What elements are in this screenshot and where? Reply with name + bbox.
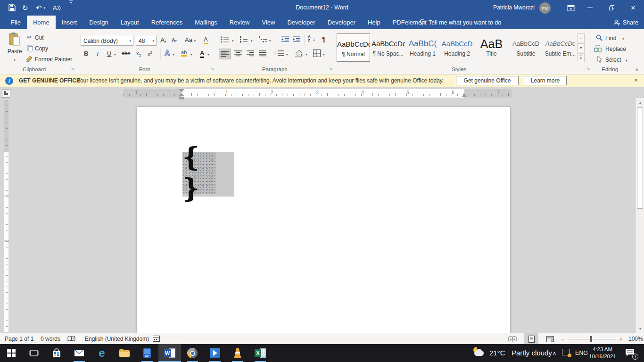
find-icon[interactable] [596,34,603,41]
proofing-icon[interactable] [67,336,75,342]
cut-button[interactable]: Cut [35,34,44,41]
tab-view[interactable]: View [256,16,281,29]
chevron-down-icon[interactable]: ▾ [190,53,192,57]
clock[interactable]: 4:23 AM 10/16/2021 [587,346,618,360]
chevron-down-icon[interactable]: ▾ [232,39,234,43]
find-button[interactable]: Find [605,35,616,41]
text-effects-button[interactable]: A [165,49,170,58]
word-count[interactable]: 0 words [41,333,60,345]
word-taskbar-button[interactable]: W [158,344,181,362]
minimize-button[interactable] [579,0,601,16]
web-layout-button[interactable] [543,333,557,345]
cut-icon[interactable]: ✂ [27,34,32,41]
change-case-button[interactable]: Aa ▾ [185,36,196,43]
learn-more-button[interactable]: Learn more [524,76,567,85]
hanging-indent-marker[interactable] [179,93,184,96]
font-size-select[interactable]: 48▾ [136,36,157,46]
vlc-button[interactable] [226,344,249,362]
bold-button[interactable]: B [84,50,88,57]
tab-developer-2[interactable]: Developer [322,16,362,29]
replace-icon[interactable] [594,45,603,52]
numbering-icon[interactable] [239,36,248,43]
styles-more-button[interactable]: ▾ [577,53,585,62]
style-subtle-emphasis[interactable]: AaBbCcDcSubtle Em... [544,33,577,62]
style-subtitle[interactable]: AaBbCcDSubtitle [509,33,543,62]
shrink-font-button[interactable]: A▾ [172,37,177,43]
chevron-down-icon[interactable]: ▾ [207,53,209,57]
grow-font-button[interactable]: A▾ [160,36,166,44]
bullets-icon[interactable] [221,36,229,43]
zoom-out-button[interactable]: − [561,333,564,345]
subscript-button[interactable]: x2 [136,50,141,58]
weather-icon[interactable] [472,347,487,359]
tab-design[interactable]: Design [83,16,114,29]
zoom-slider-thumb[interactable] [590,336,592,342]
close-button[interactable]: × [622,0,644,16]
increase-indent-icon[interactable] [292,36,301,42]
clipboard-dialog-launcher[interactable]: ↘ [71,66,74,71]
language-indicator[interactable]: ENG [575,344,588,362]
chevron-down-icon[interactable]: ▾ [173,53,174,57]
tab-mailings[interactable]: Mailings [189,16,223,29]
multilevel-list-icon[interactable] [258,36,268,43]
shading-bucket-icon[interactable] [294,49,304,58]
zoom-slider-track[interactable] [569,339,616,339]
chevron-down-icon[interactable]: ▾ [269,39,271,43]
vertical-scrollbar[interactable]: ▴ ▾ [636,98,644,333]
tell-me-box[interactable]: Tell me what you want to do [420,16,501,29]
chevron-down-icon[interactable]: ▾ [323,53,325,57]
collapse-ribbon-button[interactable]: ∧ [635,67,638,72]
task-view-button[interactable] [23,344,45,362]
language-status[interactable]: English (United Kingdom) [85,333,149,345]
style-normal[interactable]: AaBbCcDc¶ Normal [337,33,370,62]
start-button[interactable] [0,344,23,362]
lms-app-button[interactable] [136,344,158,362]
tray-expand-chevron[interactable]: ∧ [553,344,556,362]
share-button[interactable]: Share [613,16,638,29]
underline-button[interactable]: U [107,50,111,57]
scrollbar-thumb[interactable] [637,107,643,209]
banner-close-icon[interactable]: × [634,76,638,84]
tab-file[interactable]: File [5,16,27,29]
style-heading-2[interactable]: AaBbCcDHeading 2 [440,33,474,62]
restore-button[interactable] [601,0,622,16]
align-right-icon[interactable] [247,50,254,57]
styles-scroll-up-button[interactable]: ▴ [577,33,585,42]
font-color-button[interactable]: A [200,49,204,58]
field-code-braces[interactable]: { } [182,151,215,194]
select-cursor-icon[interactable] [597,56,603,63]
chevron-down-icon[interactable]: ▾ [114,53,116,57]
ribbon-display-options-button[interactable] [563,0,579,16]
macro-record-icon[interactable] [153,336,160,342]
tab-home[interactable]: Home [27,16,56,29]
browser-app-button[interactable] [181,344,204,362]
tab-layout[interactable]: Layout [115,16,145,29]
first-line-indent-marker[interactable] [179,89,184,92]
clear-formatting-button[interactable]: A [204,36,208,44]
tab-help[interactable]: Help [362,16,387,29]
copy-button[interactable]: Copy [35,45,48,52]
font-dialog-launcher[interactable]: ↘ [210,66,214,71]
print-layout-button[interactable] [524,333,538,345]
font-name-select[interactable]: Calibri (Body)▾ [81,36,133,46]
decrease-indent-icon[interactable] [281,36,289,42]
tab-review[interactable]: Review [223,16,256,29]
microsoft-store-button[interactable] [45,344,68,362]
scroll-down-button[interactable]: ▾ [636,324,644,333]
line-spacing-icon[interactable]: ↕ [273,49,276,56]
edge-button[interactable]: e [91,344,113,362]
chevron-down-icon[interactable]: ▾ [626,59,627,63]
weather-condition[interactable]: Partly cloudy [512,344,552,362]
scroll-up-button[interactable]: ▴ [636,98,644,107]
align-left-button-selected[interactable] [219,49,231,59]
get-genuine-office-button[interactable]: Get genuine Office [456,76,519,85]
zoom-in-button[interactable]: + [619,333,623,345]
align-center-icon[interactable] [234,50,242,57]
chevron-down-icon[interactable]: ▾ [622,37,624,41]
chevron-down-icon[interactable]: ▾ [305,53,307,57]
select-button[interactable]: Select [605,57,621,63]
tab-references[interactable]: References [145,16,189,29]
document-page[interactable] [137,107,510,333]
tab-insert[interactable]: Insert [56,16,83,29]
borders-icon[interactable] [313,49,321,57]
